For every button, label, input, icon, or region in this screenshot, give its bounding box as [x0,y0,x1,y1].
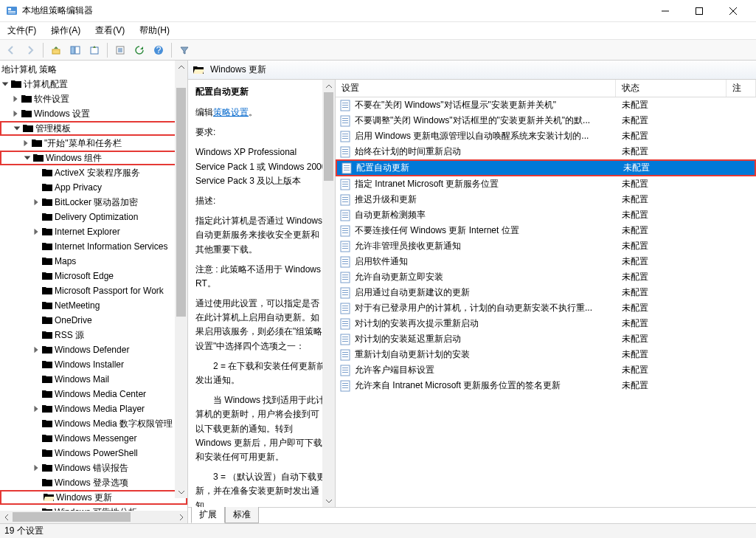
export-button[interactable] [86,42,103,58]
tree-item[interactable]: Delivery Optimization [0,210,187,224]
tab-standard[interactable]: 标准 [225,507,259,523]
tree-item-label: Windows Messenger [53,433,136,444]
tree-item[interactable]: Maps [0,254,187,269]
list-row[interactable]: 不要调整"关闭 Windows"对话框里的"安装更新并关机"的默...未配置 [336,113,756,128]
edit-policy-link[interactable]: 策略设置 [213,107,249,117]
tree-item[interactable]: 管理模板 [0,121,187,136]
list-row[interactable]: 不要在"关闭 Windows"对话框显示"安装更新并关机"未配置 [336,97,756,113]
list-row[interactable]: 推迟升级和更新未配置 [336,192,756,207]
list-row[interactable]: 指定 Intranet Microsoft 更新服务位置未配置 [336,176,756,192]
list-row-setting: 指定 Intranet Microsoft 更新服务位置 [355,178,616,190]
svg-rect-9 [52,49,60,54]
menu-help[interactable]: 帮助(H) [135,23,174,38]
list-row[interactable]: 对计划的安装延迟重新启动未配置 [336,331,756,347]
policy-icon [340,115,352,127]
list-row[interactable]: 对计划的安装再次提示重新启动未配置 [336,316,756,331]
tree-item[interactable]: Microsoft Edge [0,269,187,283]
tree-item[interactable]: NetMeeting [0,298,187,313]
desc-req-text: Windows XP Professional Service Pack 1 或… [195,145,327,188]
tab-extended[interactable]: 扩展 [191,507,225,523]
refresh-button[interactable] [131,42,148,58]
list-row[interactable]: 启用 Windows 更新电源管理以自动唤醒系统来安装计划的...未配置 [336,128,756,144]
folder-icon [41,447,53,459]
tree-item[interactable]: Microsoft Passport for Work [0,283,187,298]
status-text: 19 个设置 [4,525,44,537]
show-hide-tree-button[interactable] [67,42,83,58]
tree-item-label: Windows 错误报告 [53,462,128,475]
statusbar: 19 个设置 [0,523,756,538]
tree-item[interactable]: 软件设置 [0,92,187,106]
list-row[interactable]: 允许非管理员接收更新通知未配置 [336,238,756,254]
close-button[interactable] [716,0,750,22]
minimize-button[interactable] [648,0,682,22]
tree-item[interactable]: Windows Media Center [0,387,187,401]
tree-item[interactable]: Windows 登录选项 [0,475,187,490]
menu-view[interactable]: 查看(V) [91,23,129,38]
folder-icon [10,78,22,90]
tree-item[interactable]: Windows 更新 [0,490,187,505]
tree-item[interactable]: Internet Information Services [0,239,187,254]
tree-item[interactable]: Windows Installer [0,357,187,372]
tree-item-label: NetMeeting [53,300,100,311]
folder-icon [41,388,53,400]
tree-item[interactable]: Windows Media Player [0,401,187,416]
tree-item[interactable]: Windows Defender [0,342,187,357]
policy-icon [340,146,352,158]
tree-item[interactable]: OneDrive [0,313,187,328]
list-row[interactable]: 对于有已登录用户的计算机，计划的自动更新安装不执行重...未配置 [336,300,756,316]
maximize-button[interactable] [682,0,716,22]
tree-item[interactable]: Windows 设置 [0,106,187,121]
help-button[interactable]: ? [150,42,167,58]
tree-vertical-scrollbar[interactable] [175,61,187,498]
list-row-state: 未配置 [616,317,726,330]
forward-button[interactable] [22,42,38,58]
list-row[interactable]: 允许自动更新立即安装未配置 [336,269,756,285]
tree-item-label: Windows 设置 [32,108,90,120]
tree-item[interactable]: Windows Media 数字权限管理 [0,416,187,431]
tree-item[interactable]: BitLocker 驱动器加密 [0,195,187,210]
up-button[interactable] [48,42,64,58]
col-state[interactable]: 状态 [616,80,726,97]
tree-item[interactable]: 计算机配置 [0,77,187,92]
col-setting[interactable]: 设置 [336,80,616,97]
list-row[interactable]: 重新计划自动更新计划的安装未配置 [336,347,756,362]
list-row-setting: 启用 Windows 更新电源管理以自动唤醒系统来安装计划的... [355,130,616,142]
list-row[interactable]: 不要连接任何 Windows 更新 Internet 位置未配置 [336,223,756,238]
filter-button[interactable] [176,42,193,58]
list-row[interactable]: 允许客户端目标设置未配置 [336,362,756,378]
list-row[interactable]: 启用通过自动更新建议的更新未配置 [336,285,756,300]
back-button[interactable] [3,42,19,58]
tree-item[interactable]: "开始"菜单和任务栏 [0,136,187,151]
properties-button[interactable] [112,42,128,58]
tree-horizontal-scrollbar[interactable] [0,511,187,523]
list-row[interactable]: 允许来自 Intranet Microsoft 更新服务位置的签名更新未配置 [336,378,756,393]
tree-item-label: Windows Media Center [53,389,146,399]
tree-item[interactable]: Windows 组件 [0,151,187,165]
app-icon [6,5,18,17]
menu-file[interactable]: 文件(F) [3,23,41,38]
col-comment[interactable]: 注 [726,80,756,97]
tree-item-label: ActiveX 安装程序服务 [53,167,140,179]
list-row[interactable]: 配置自动更新未配置 [336,159,756,176]
tree-item[interactable]: Windows 可靠性分析 [0,505,187,511]
tree-item[interactable]: App Privacy [0,180,187,195]
tree-item-label: Microsoft Passport for Work [53,286,164,296]
tree-root[interactable]: 地计算机 策略 [0,62,187,77]
list-row[interactable]: 始终在计划的时间重新启动未配置 [336,144,756,159]
policy-icon [340,287,352,299]
tree-item[interactable]: Windows PowerShell [0,446,187,461]
tree-item-label: Maps [53,256,76,266]
description-scrollbar[interactable] [322,80,335,507]
menu-action[interactable]: 操作(A) [46,23,85,38]
folder-icon [41,285,53,297]
list-row[interactable]: 自动更新检测频率未配置 [336,207,756,223]
tree-item[interactable]: ActiveX 安装程序服务 [0,165,187,180]
tree-item[interactable]: Windows Mail [0,372,187,387]
policy-tree[interactable]: 地计算机 策略计算机配置软件设置Windows 设置管理模板"开始"菜单和任务栏… [0,61,187,511]
tree-item[interactable]: RSS 源 [0,328,187,342]
tree-item-label: OneDrive [53,315,92,325]
list-row[interactable]: 启用软件通知未配置 [336,254,756,269]
tree-item[interactable]: Internet Explorer [0,224,187,239]
tree-item[interactable]: Windows Messenger [0,431,187,446]
tree-item[interactable]: Windows 错误报告 [0,461,187,475]
